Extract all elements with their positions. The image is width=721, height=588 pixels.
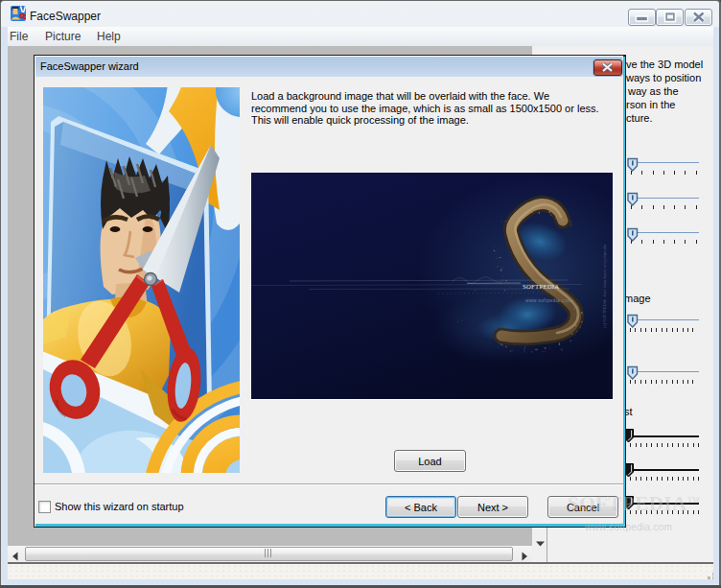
svg-text:www.softpedia.com: www.softpedia.com xyxy=(525,297,571,303)
svg-text:(c) SOFTPEDIA - free downloads: (c) SOFTPEDIA - free downloads encyclope… xyxy=(602,244,607,328)
svg-text:SOFTPEDIA: SOFTPEDIA xyxy=(523,283,559,290)
